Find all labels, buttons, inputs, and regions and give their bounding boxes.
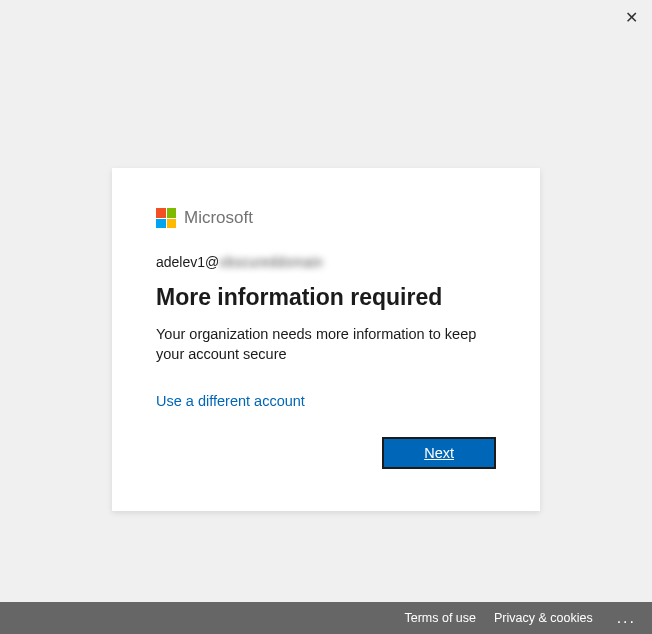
email-local-part: adelev1@ xyxy=(156,254,219,270)
account-email: adelev1@obscureddomain xyxy=(156,254,496,270)
privacy-link[interactable]: Privacy & cookies xyxy=(494,611,593,625)
next-button[interactable]: Next xyxy=(382,437,496,469)
terms-link[interactable]: Terms of use xyxy=(404,611,476,625)
dialog-title: More information required xyxy=(156,284,496,311)
footer-bar: Terms of use Privacy & cookies ... xyxy=(0,602,652,634)
microsoft-logo-icon xyxy=(156,208,176,228)
email-domain-obscured: obscureddomain xyxy=(219,254,323,270)
brand-name: Microsoft xyxy=(184,208,253,228)
brand-row: Microsoft xyxy=(156,208,496,228)
close-icon: ✕ xyxy=(625,9,638,26)
close-button[interactable]: ✕ xyxy=(625,10,638,26)
dialog-description: Your organization needs more information… xyxy=(156,325,496,364)
use-different-account-link[interactable]: Use a different account xyxy=(156,393,305,409)
more-options-button[interactable]: ... xyxy=(611,610,642,626)
signin-dialog: Microsoft adelev1@obscureddomain More in… xyxy=(112,168,540,511)
button-row: Next xyxy=(156,437,496,469)
